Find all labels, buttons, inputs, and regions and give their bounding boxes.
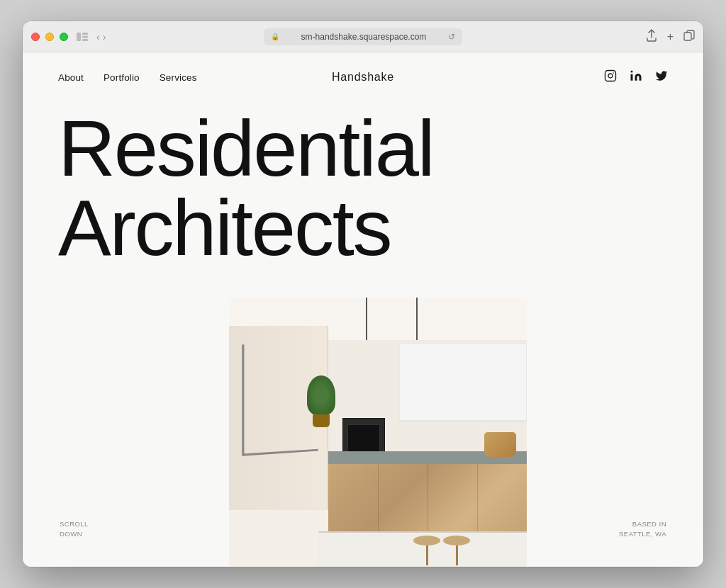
svg-point-8 xyxy=(631,71,633,73)
plant xyxy=(307,375,335,425)
back-arrow-icon[interactable]: ‹ xyxy=(96,31,100,43)
forward-arrow-icon[interactable]: › xyxy=(103,31,106,43)
sidebar-toggle-icon[interactable] xyxy=(77,33,88,41)
traffic-lights xyxy=(31,33,68,41)
upper-cabinets xyxy=(399,344,527,422)
based-in: BASED IN SEATTLE, WA xyxy=(619,519,666,538)
nav-left: About Portfolio Services xyxy=(58,72,197,83)
instagram-icon[interactable] xyxy=(604,69,617,85)
stool-1 xyxy=(413,536,440,565)
close-button[interactable] xyxy=(31,33,40,41)
website-content: About Portfolio Services Handshake xyxy=(23,52,703,567)
hero-image xyxy=(229,298,527,567)
headline-line1: Residential Architects xyxy=(58,109,668,268)
refresh-icon[interactable]: ↺ xyxy=(448,32,455,42)
scroll-down-text: SCROLL DOWN xyxy=(60,519,89,538)
svg-rect-2 xyxy=(82,35,88,38)
window-controls: ‹ › xyxy=(77,31,106,43)
nav-about[interactable]: About xyxy=(58,72,84,83)
linkedin-icon[interactable] xyxy=(630,69,642,85)
scroll-down: SCROLL DOWN xyxy=(60,519,89,538)
svg-rect-4 xyxy=(684,33,691,40)
address-bar[interactable]: 🔒 sm-handshake.squarespace.com ↺ xyxy=(264,28,462,45)
minimize-button[interactable] xyxy=(45,33,54,41)
title-bar: ‹ › 🔒 sm-handshake.squarespace.com ↺ + xyxy=(23,21,703,52)
stool-2 xyxy=(443,536,470,565)
copy-icon[interactable] xyxy=(683,30,695,44)
site-logo[interactable]: Handshake xyxy=(332,71,394,84)
svg-point-7 xyxy=(613,72,614,74)
svg-rect-3 xyxy=(82,39,88,41)
site-header: About Portfolio Services Handshake xyxy=(23,52,703,102)
maximize-button[interactable] xyxy=(60,33,68,41)
svg-rect-1 xyxy=(82,33,88,35)
based-in-text: BASED IN SEATTLE, WA xyxy=(619,519,666,538)
nav-arrows: ‹ › xyxy=(96,31,106,43)
kitchen-scene xyxy=(229,298,527,567)
browser-window: ‹ › 🔒 sm-handshake.squarespace.com ↺ + xyxy=(23,21,703,567)
svg-rect-0 xyxy=(77,33,81,41)
nav-services[interactable]: Services xyxy=(160,72,197,83)
toolbar-right: + xyxy=(646,29,695,45)
new-tab-icon[interactable]: + xyxy=(667,30,674,43)
svg-rect-5 xyxy=(605,71,616,81)
basket xyxy=(484,432,516,457)
share-icon[interactable] xyxy=(646,29,657,45)
nav-portfolio[interactable]: Portfolio xyxy=(104,72,140,83)
twitter-icon[interactable] xyxy=(655,69,668,85)
nav-right xyxy=(604,69,668,85)
lock-icon: 🔒 xyxy=(271,33,279,40)
url-text: sm-handshake.squarespace.com xyxy=(284,32,444,42)
hero-section: Residential Architects xyxy=(23,102,703,567)
svg-point-6 xyxy=(608,74,613,78)
hero-headline: Residential Architects xyxy=(58,109,668,268)
